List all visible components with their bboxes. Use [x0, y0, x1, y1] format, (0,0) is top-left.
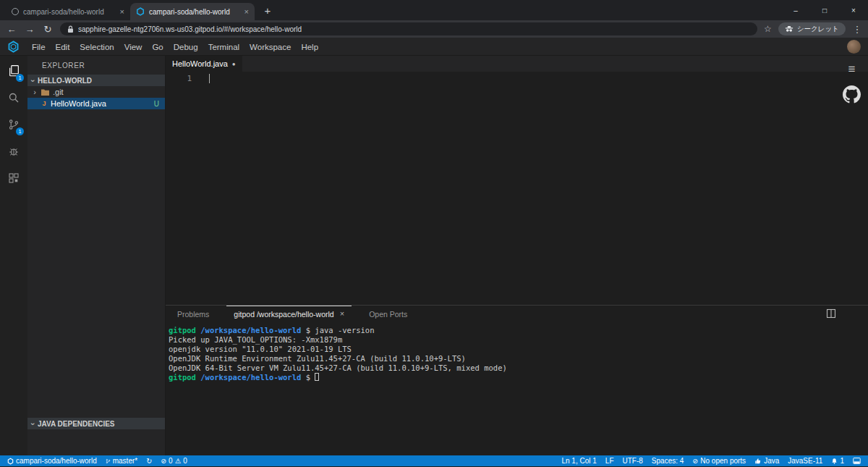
user-avatar[interactable]	[847, 40, 861, 54]
toggle-panel-button[interactable]	[853, 457, 861, 465]
editor-tabbar: HelloWorld.java ●	[166, 56, 868, 72]
thumbs-up-icon	[754, 458, 762, 465]
default-favicon-icon	[12, 8, 19, 15]
terminal-text-segment: gitpod	[169, 326, 196, 335]
editor-tab-title: HelloWorld.java	[172, 59, 228, 68]
gitpod-favicon-icon	[136, 7, 145, 16]
back-button[interactable]: ←	[6, 25, 17, 34]
menu-item-workspace[interactable]: Workspace	[244, 43, 296, 51]
status-bar-right: Ln 1, Col 1 LF UTF-8 Spaces: 4 ⊘ No open…	[557, 457, 865, 465]
refresh-button[interactable]: ↻	[42, 25, 54, 34]
indentation-status[interactable]: Spaces: 4	[652, 457, 684, 465]
terminal-text-segment: $ java -version	[301, 326, 374, 335]
panel-tab-label: gitpod /workspace/hello-world	[234, 310, 333, 319]
ports-status[interactable]: ⊘ No open ports	[692, 457, 746, 465]
tab-close-icon[interactable]: ×	[120, 8, 124, 16]
terminal-text-segment: OpenJDK 64-Bit Server VM Zulu11.45+27-CA…	[169, 363, 507, 372]
menu-item-selection[interactable]: Selection	[75, 43, 119, 51]
menu-item-view[interactable]: View	[119, 43, 148, 51]
menu-item-file[interactable]: File	[27, 43, 51, 51]
activity-debug-button[interactable]	[0, 138, 27, 164]
terminal-text-segment: OpenJDK Runtime Environment Zulu11.45+27…	[169, 354, 466, 363]
tab-close-icon[interactable]: ×	[244, 8, 249, 16]
address-bar[interactable]: sapphire-gazelle-ntg2706n.ws-us03.gitpod…	[60, 22, 757, 35]
menu-item-edit[interactable]: Edit	[51, 43, 75, 51]
problems-status[interactable]: ⊘ 0 ⚠ 0	[161, 457, 187, 465]
forward-button[interactable]: →	[24, 25, 35, 34]
chevron-down-icon: ›	[29, 77, 37, 83]
panel-tab-problems[interactable]: Problems	[170, 306, 216, 321]
editor-tab-helloworld[interactable]: HelloWorld.java ●	[166, 56, 242, 72]
tree-item-helloworld-java[interactable]: J HelloWorld.java U	[27, 98, 165, 109]
extensions-icon	[8, 172, 20, 184]
warning-icon: ⚠	[175, 458, 182, 465]
tree-item-git-folder[interactable]: › .git	[27, 86, 165, 98]
branch-name: master*	[113, 457, 137, 465]
terminal-text-segment: Picked up JAVA_TOOL_OPTIONS: -Xmx1879m	[169, 335, 342, 344]
editor-content[interactable]: 1	[166, 72, 868, 305]
panel-tab-terminal[interactable]: gitpod /workspace/hello-world ×	[226, 306, 352, 321]
encoding-label: UTF-8	[623, 457, 643, 465]
menu-item-help[interactable]: Help	[296, 43, 323, 51]
terminal-output[interactable]: gitpod /workspace/hello-world $ java -ve…	[166, 321, 868, 455]
cursor-position-status[interactable]: Ln 1, Col 1	[561, 457, 596, 465]
github-icon[interactable]	[843, 85, 861, 104]
new-tab-button[interactable]: +	[259, 1, 276, 19]
java-label: Java	[764, 457, 779, 465]
incognito-profile-badge[interactable]: シークレット	[778, 22, 846, 35]
tab-close-icon[interactable]: ×	[340, 310, 344, 318]
java-runtime-status[interactable]: JavaSE-11	[788, 457, 822, 465]
section-hello-world[interactable]: › HELLO-WORLD	[27, 75, 165, 86]
browser-menu-icon[interactable]: ⋮	[852, 24, 862, 35]
chevron-down-icon: ›	[29, 421, 37, 426]
window-maximize-button[interactable]: □	[810, 0, 839, 20]
encoding-status[interactable]: UTF-8	[623, 457, 643, 465]
warning-count: 0	[183, 457, 187, 465]
workspace-name: campari-soda/hello-world	[16, 457, 97, 465]
terminal-line: OpenJDK 64-Bit Server VM Zulu11.45+27-CA…	[169, 363, 868, 373]
debug-bug-icon	[8, 146, 20, 157]
git-branch-status[interactable]: master*	[106, 457, 137, 465]
lock-icon	[67, 25, 74, 33]
activity-explorer-button[interactable]: 1	[0, 57, 27, 84]
menu-item-go[interactable]: Go	[147, 43, 168, 51]
modified-dot-icon[interactable]: ●	[232, 61, 236, 67]
activity-source-control-button[interactable]: 1	[0, 111, 27, 138]
workspace-status[interactable]: campari-soda/hello-world	[7, 457, 97, 465]
activity-extensions-button[interactable]	[0, 164, 27, 191]
folder-icon	[41, 88, 50, 96]
menubar-items: FileEditSelectionViewGoDebugTerminalWork…	[27, 40, 323, 53]
git-status-untracked: U	[154, 100, 159, 108]
panel-tab-label: Problems	[177, 310, 209, 319]
terminal-line: openjdk version "11.0.10" 2021-01-19 LTS	[169, 345, 868, 354]
panel-tab-label: Open Ports	[369, 310, 407, 319]
menu-item-debug[interactable]: Debug	[169, 43, 203, 51]
section-java-dependencies[interactable]: › JAVA DEPENDENCIES	[27, 418, 165, 429]
java-language-status[interactable]: Java	[754, 457, 779, 465]
notification-count: 1	[840, 457, 844, 465]
panel-tab-open-ports[interactable]: Open Ports	[362, 306, 414, 321]
url-text: sapphire-gazelle-ntg2706n.ws-us03.gitpod…	[78, 25, 302, 33]
ports-label: No open ports	[700, 457, 746, 465]
gitpod-logo-icon	[7, 41, 20, 53]
workspace-icon	[7, 458, 14, 465]
panel-split-icon[interactable]	[826, 308, 836, 319]
menu-item-terminal[interactable]: Terminal	[203, 43, 244, 51]
window-minimize-button[interactable]: –	[781, 0, 810, 20]
browser-tab-inactive[interactable]: campari-soda/hello-world ×	[6, 3, 130, 20]
ln-col-label: Ln 1, Col 1	[561, 457, 596, 465]
terminal-line: OpenJDK Runtime Environment Zulu11.45+27…	[169, 354, 868, 363]
spaces-label: Spaces: 4	[652, 457, 684, 465]
terminal-text-segment: $	[301, 373, 315, 382]
bookmark-star-icon[interactable]: ☆	[764, 24, 772, 34]
browser-tab-active[interactable]: campari-soda/hello-world ×	[130, 3, 255, 20]
notifications-status[interactable]: 1	[831, 457, 844, 465]
incognito-icon	[785, 25, 793, 33]
explorer-sidebar: EXPLORER › HELLO-WORLD › .git J HelloWor…	[27, 56, 166, 455]
more-views-icon[interactable]: ≡	[848, 63, 856, 75]
eol-status[interactable]: LF	[605, 457, 614, 465]
window-close-button[interactable]: ×	[839, 0, 868, 20]
activity-search-button[interactable]	[0, 84, 27, 111]
chevron-right-icon: ›	[32, 88, 38, 96]
sync-button[interactable]: ↻	[146, 458, 152, 465]
